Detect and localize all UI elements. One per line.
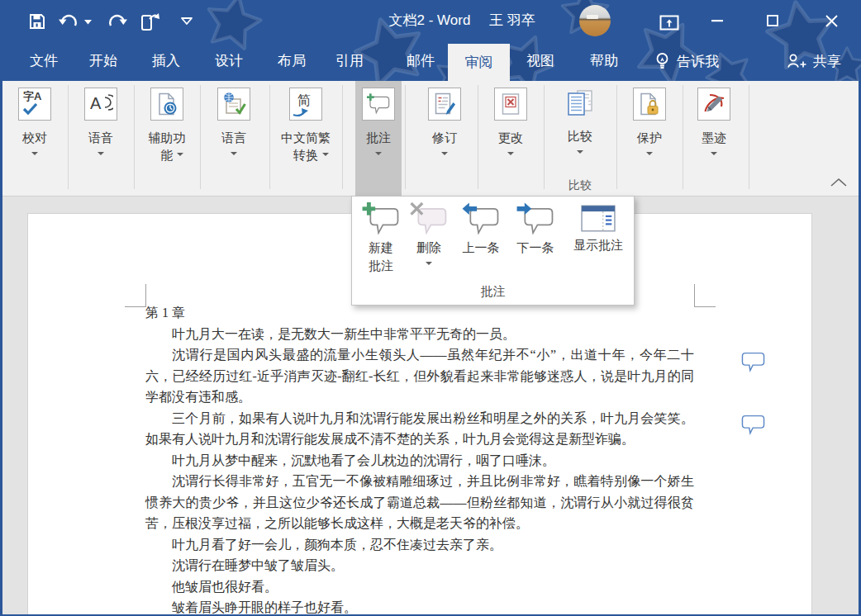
previous-comment-label: 上一条 <box>463 239 500 257</box>
paragraph[interactable]: 三个月前，如果有人说叶九月和沈谓行能发展出粉丝和明星之外的关系，叶九月会笑笑。如… <box>145 408 694 450</box>
comments-dropdown-menu: 新建批注 删除 上一条 下一条 <box>351 196 635 306</box>
comments-menu-group-label: 批注 <box>352 284 634 300</box>
dropdown-arrow-icon <box>507 152 514 155</box>
paragraph[interactable]: 叶九月看了好一会儿，颜狗本质，忍不住凑过去亲了亲。 <box>145 534 694 556</box>
new-comment-label: 新建批注 <box>366 239 396 275</box>
dropdown-arrow-icon <box>322 153 329 156</box>
next-comment-button[interactable]: 下一条 <box>509 197 562 282</box>
save-button[interactable] <box>26 11 48 32</box>
group-separator <box>200 85 201 189</box>
avatar[interactable] <box>579 5 611 36</box>
paragraph[interactable]: 叶九月大一在读，是无数大一新生中非常平平无奇的一员。 <box>145 324 694 345</box>
new-comment-button[interactable]: 新建批注 <box>359 197 403 282</box>
ribbon-display-options-icon <box>659 15 679 31</box>
dropdown-arrow-icon <box>646 152 653 155</box>
tell-me-label: 告诉我 <box>677 52 719 71</box>
delete-comment-label: 删除 <box>416 239 441 257</box>
redo-button[interactable] <box>106 12 130 32</box>
protect-button[interactable]: 保护 <box>623 81 676 196</box>
comments-button[interactable]: 批注 <box>355 81 402 196</box>
tab-help[interactable]: 帮助 <box>580 41 628 81</box>
ribbon-tabs: 文件 开始 插入 设计 布局 引用 邮件 审阅 视图 帮助 告诉我 <box>0 41 861 81</box>
margin-mark <box>125 306 146 307</box>
lightbulb-icon <box>654 52 670 70</box>
tab-mailings[interactable]: 邮件 <box>397 41 445 81</box>
track-changes-button[interactable]: 修订 <box>420 81 469 196</box>
proofing-button[interactable]: 字A 校对 <box>10 81 59 196</box>
show-comments-icon <box>581 205 616 232</box>
share-label: 共享 <box>813 52 841 71</box>
tab-review[interactable]: 审阅 <box>448 44 510 81</box>
proofing-label: 校对 <box>22 129 47 146</box>
show-comments-label: 显示批注 <box>573 236 623 254</box>
track-changes-label: 修订 <box>432 129 457 146</box>
tab-layout[interactable]: 布局 <box>268 41 316 81</box>
paragraph[interactable]: 沈谓行长得非常好，五官无一不像被精雕细琢过，并且比例非常好，瞧着特别像一个娇生惯… <box>145 471 694 534</box>
chinese-conversion-label: 中文简繁转换 <box>280 129 331 163</box>
collapse-ribbon-icon <box>830 178 848 187</box>
chinese-conversion-icon: 简 <box>289 88 322 121</box>
minimize-button[interactable] <box>699 0 735 41</box>
protect-label: 保护 <box>637 129 662 146</box>
touch-mouse-mode-button[interactable] <box>136 9 162 34</box>
ribbon-display-options-button[interactable] <box>658 13 681 32</box>
compare-label: 比较 <box>568 127 592 145</box>
tab-file[interactable]: 文件 <box>20 41 68 81</box>
language-button[interactable]: 语言 <box>208 81 259 196</box>
changes-icon <box>494 88 527 121</box>
accessibility-icon <box>150 88 183 121</box>
changes-button[interactable]: 更改 <box>486 81 535 196</box>
group-separator <box>405 85 406 189</box>
tab-references[interactable]: 引用 <box>326 41 373 81</box>
undo-dropdown-button[interactable] <box>83 17 93 26</box>
accessibility-button[interactable]: 辅助功能 <box>139 81 195 196</box>
comment-marker-icon <box>741 352 765 372</box>
speech-label: 语音 <box>88 129 113 146</box>
speech-icon: A <box>84 88 117 121</box>
comment-marker-icon <box>741 415 765 435</box>
paragraph[interactable]: 皱着眉头睁开眼的样子也好看。 <box>145 597 694 616</box>
language-icon <box>217 88 250 121</box>
dropdown-arrow-icon <box>231 152 237 155</box>
tab-insert[interactable]: 插入 <box>142 41 190 81</box>
comment-marker[interactable] <box>741 352 765 372</box>
collapse-ribbon-button[interactable] <box>825 174 846 191</box>
group-separator <box>269 85 270 189</box>
paragraph[interactable]: 沈谓行是国内风头最盛的流量小生领头人——虽然年纪并不“小”，出道十年，今年二十六… <box>145 344 694 408</box>
group-separator <box>616 85 617 189</box>
next-comment-label: 下一条 <box>517 239 554 257</box>
document-text[interactable]: 第 1 章 叶九月大一在读，是无数大一新生中非常平平无奇的一员。沈谓行是国内风头… <box>145 302 694 616</box>
margin-mark <box>694 284 695 307</box>
close-button[interactable] <box>810 0 853 41</box>
ink-button[interactable]: 墨迹 <box>687 81 740 196</box>
delete-comment-button[interactable]: 删除 <box>407 197 451 282</box>
group-separator <box>478 85 478 189</box>
paragraph[interactable]: 他皱眉也很好看。 <box>145 576 694 598</box>
account-user-name[interactable]: 王 羽卒 <box>489 0 535 41</box>
show-comments-button[interactable]: 显示批注 <box>565 197 631 282</box>
next-comment-icon <box>516 202 554 235</box>
group-separator <box>342 85 343 189</box>
ink-label: 墨迹 <box>702 129 726 146</box>
tab-design[interactable]: 设计 <box>205 41 253 81</box>
paragraph[interactable]: 叶九月从梦中醒来，沉默地看了会儿枕边的沈谓行，咽了口唾沫。 <box>145 450 694 471</box>
share-button[interactable]: 共享 <box>782 41 846 81</box>
speech-button[interactable]: A 语音 <box>76 81 126 196</box>
paragraph[interactable]: 沈谓行在睡梦中皱了皱眉头。 <box>145 555 694 576</box>
protect-icon <box>633 88 666 121</box>
dropdown-arrow-icon <box>177 153 183 156</box>
comment-marker[interactable] <box>741 415 765 435</box>
tab-home[interactable]: 开始 <box>79 41 127 81</box>
maximize-icon <box>767 15 778 26</box>
dropdown-arrow-icon <box>98 152 104 155</box>
tab-view[interactable]: 视图 <box>516 41 564 81</box>
maximize-button[interactable] <box>754 0 791 41</box>
dropdown-arrow-icon <box>711 152 717 155</box>
undo-button[interactable] <box>56 12 80 32</box>
previous-comment-button[interactable]: 上一条 <box>454 197 507 282</box>
group-separator <box>544 85 545 189</box>
chinese-conversion-button[interactable]: 简 中文简繁转换 <box>273 81 339 196</box>
margin-mark <box>694 306 716 307</box>
tell-me-button[interactable]: 告诉我 <box>649 41 724 81</box>
customize-quick-access-button[interactable] <box>178 15 195 27</box>
